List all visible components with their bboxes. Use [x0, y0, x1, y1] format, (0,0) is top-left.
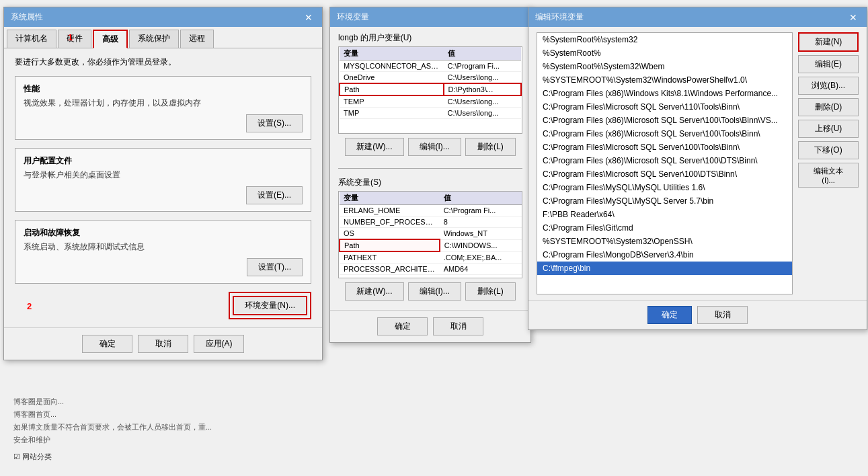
sys-vars-edit-button[interactable]: 编辑(I)... [408, 282, 461, 301]
sys-var-col-value: 值 [440, 192, 522, 205]
tab-computer-name[interactable]: 计算机名 [7, 30, 56, 48]
edit-new-button[interactable]: 新建(N) [798, 32, 859, 52]
user-var-row[interactable]: MYSQLCONNECTOR_ASS...C:\Program Fi... [340, 61, 521, 72]
system-dialog-close[interactable]: ✕ [302, 12, 315, 23]
user-var-row[interactable]: PathD:\Python3\... [340, 83, 521, 95]
user-vars-buttons: 新建(W)... 编辑(I)... 删除(L) [338, 134, 522, 160]
bg-line-1: 博客圈是面向... [13, 397, 855, 407]
path-listbox[interactable]: %SystemRoot%\system32%SystemRoot%%System… [537, 32, 793, 294]
bg-line-2: 博客圈首页... [13, 409, 855, 420]
edit-dialog-footer: 确定 取消 [528, 300, 867, 329]
user-var-row[interactable]: OneDriveC:\Users\long... [340, 72, 521, 84]
edit-edit-button[interactable]: 编辑(E) [798, 55, 859, 73]
user-vars-new-button[interactable]: 新建(W)... [345, 138, 403, 156]
user-var-col-value: 值 [444, 47, 521, 61]
startup-title: 启动和故障恢复 [24, 227, 303, 239]
system-apply-button[interactable]: 应用(A) [194, 335, 244, 353]
user-var-row[interactable]: TEMPC:\Users\long... [340, 95, 521, 108]
edit-side-buttons: 新建(N) 编辑(E) 浏览(B)... 删除(D) 上移(U) 下移(O) 编… [798, 32, 859, 188]
path-list-item[interactable]: C:\Program Files\MySQL\MySQL Utilities 1… [537, 181, 792, 194]
path-list-item[interactable]: C:\Program Files (x86)\Microsoft SQL Ser… [537, 114, 792, 127]
sys-var-row[interactable]: PATHEXT.COM;.EXE;.BA... [340, 251, 522, 264]
edit-up-button[interactable]: 上移(U) [798, 120, 859, 138]
user-vars-label: longb 的用户变量(U) [338, 32, 522, 44]
system-dialog-body: 要进行大多数更改，你必须作为管理员登录。 性能 视觉效果，处理器计划，内存使用，… [4, 48, 322, 327]
user-vars-table[interactable]: 变量 值 MYSQLCONNECTOR_ASS...C:\Program Fi.… [338, 46, 522, 134]
user-var-col-name: 变量 [340, 47, 444, 61]
annotation-2: 2 [27, 301, 32, 311]
edit-cancel-button[interactable]: 取消 [697, 306, 748, 324]
path-list-item[interactable]: %SystemRoot%\System32\Wbem [537, 60, 792, 73]
sys-vars-label: 系统变量(S) [338, 177, 522, 188]
tab-hardware[interactable]: 硬件 [58, 30, 91, 48]
sys-vars-buttons: 新建(W)... 编辑(I)... 删除(L) [338, 278, 522, 305]
user-vars-edit-button[interactable]: 编辑(I)... [408, 138, 461, 156]
edit-env-dialog: 编辑环境变量 ✕ %SystemRoot%\system32%SystemRoo… [528, 7, 867, 330]
path-list-item[interactable]: %SystemRoot% [537, 46, 792, 60]
sys-vars-table[interactable]: 变量 值 ERLANG_HOMEC:\Program Fi...NUMBER_O… [338, 191, 522, 278]
path-list-item[interactable]: C:\Program Files\Microsoft SQL Server\10… [537, 167, 792, 181]
path-list-item[interactable]: C:\ffmpeg\bin [537, 262, 792, 275]
edit-dialog-titlebar: 编辑环境变量 ✕ [528, 7, 867, 27]
sys-var-row[interactable]: PROCESSOR_ARCHITECTAMD64 [340, 264, 522, 275]
admin-note: 要进行大多数更改，你必须作为管理员登录。 [15, 56, 311, 68]
env-vars-button[interactable]: 环境变量(N)... [233, 296, 307, 315]
tab-advanced[interactable]: 高级 [93, 30, 128, 48]
env-dialog-footer: 确定 取消 [330, 310, 530, 342]
path-list-item[interactable]: C:\Program Files (x86)\Microsoft SQL Ser… [537, 154, 792, 167]
sys-vars-new-button[interactable]: 新建(W)... [345, 282, 403, 301]
env-ok-button[interactable]: 确定 [377, 317, 428, 335]
performance-desc: 视觉效果，处理器计划，内存使用，以及虚拟内存 [24, 97, 303, 109]
sys-var-row[interactable]: OSWindows_NT [340, 228, 522, 240]
user-vars-delete-button[interactable]: 删除(L) [465, 138, 516, 156]
edit-ok-button[interactable]: 确定 [647, 306, 692, 324]
path-list-item[interactable]: C:\Program Files\MongoDB\Server\3.4\bin [537, 248, 792, 262]
system-cancel-button[interactable]: 取消 [138, 335, 188, 353]
system-dialog-tabs: 计算机名 硬件 高级 系统保护 远程 [4, 27, 322, 48]
system-ok-button[interactable]: 确定 [82, 335, 132, 353]
path-list-item[interactable]: C:\Program Files\Microsoft SQL Server\10… [537, 141, 792, 154]
startup-settings-button[interactable]: 设置(T)... [247, 258, 303, 276]
user-profile-title: 用户配置文件 [24, 155, 303, 167]
user-var-row[interactable]: TMPC:\Users\long... [340, 108, 521, 119]
edit-text-button[interactable]: 编辑文本(I)... [798, 163, 859, 188]
env-dialog-title: 环境变量 [337, 11, 369, 23]
path-list-item[interactable]: C:\Program Files\Microsoft SQL Server\11… [537, 100, 792, 114]
path-list-item[interactable]: C:\Program Files (x86)\Microsoft SQL Ser… [537, 127, 792, 141]
tab-remote[interactable]: 远程 [180, 30, 214, 48]
tab-system-protection[interactable]: 系统保护 [129, 30, 179, 48]
sys-var-row[interactable]: ERLANG_HOMEC:\Program Fi... [340, 205, 522, 216]
path-list-item[interactable]: %SYSTEMROOT%\System32\WindowsPowerShell\… [537, 73, 792, 87]
system-dialog-title: 系统属性 [11, 11, 43, 23]
path-list-item[interactable]: %SYSTEMROOT%\System32\OpenSSH\ [537, 235, 792, 248]
performance-title: 性能 [24, 83, 303, 95]
performance-settings-button[interactable]: 设置(S)... [246, 114, 303, 132]
bg-line-3: 如果博文质量不符合首页要求，会被工作人员移出首页，重... [13, 422, 855, 432]
edit-delete-button[interactable]: 删除(D) [798, 98, 859, 116]
sys-vars-delete-button[interactable]: 删除(L) [465, 282, 516, 301]
env-divider [338, 168, 522, 169]
path-list-item[interactable]: F:\PBB Reader\x64\ [537, 208, 792, 221]
path-list-item[interactable]: C:\Program Files (x86)\Windows Kits\8.1\… [537, 87, 792, 100]
bg-safety: 安全和维护 [13, 435, 855, 445]
edit-down-button[interactable]: 下移(O) [798, 141, 859, 159]
env-dialog-titlebar: 环境变量 [330, 7, 530, 27]
system-properties-dialog: 系统属性 ✕ 计算机名 硬件 高级 系统保护 远程 1 要进行大多数更改，你必须… [3, 7, 323, 360]
edit-browse-button[interactable]: 浏览(B)... [798, 77, 859, 95]
env-cancel-button[interactable]: 取消 [433, 317, 483, 335]
sys-var-row[interactable]: NUMBER_OF_PROCESSORS8 [340, 216, 522, 228]
user-profile-settings-button[interactable]: 设置(E)... [246, 186, 303, 204]
sys-vars-section: 系统变量(S) 变量 值 ERLANG_HOMEC:\Program Fi...… [330, 171, 530, 310]
user-profile-desc: 与登录帐户相关的桌面设置 [24, 169, 303, 181]
performance-section: 性能 视觉效果，处理器计划，内存使用，以及虚拟内存 设置(S)... [15, 76, 311, 140]
path-list-item[interactable]: %SystemRoot%\system32 [537, 33, 792, 46]
sys-var-row[interactable]: PathC:\WINDOWS... [340, 239, 522, 251]
edit-dialog-close[interactable]: ✕ [846, 12, 860, 23]
annotation-1: 1 [68, 32, 73, 42]
path-list-item[interactable]: C:\Program Files\Git\cmd [537, 221, 792, 235]
system-dialog-titlebar: 系统属性 ✕ [4, 7, 322, 27]
user-profile-section: 用户配置文件 与登录帐户相关的桌面设置 设置(E)... [15, 148, 311, 212]
path-list-item[interactable]: C:\Program Files\MySQL\MySQL Server 5.7\… [537, 194, 792, 208]
env-vars-dialog: 环境变量 longb 的用户变量(U) 变量 值 MYSQLCONNECTOR_… [329, 7, 531, 343]
startup-desc: 系统启动、系统故障和调试式信息 [24, 241, 303, 253]
